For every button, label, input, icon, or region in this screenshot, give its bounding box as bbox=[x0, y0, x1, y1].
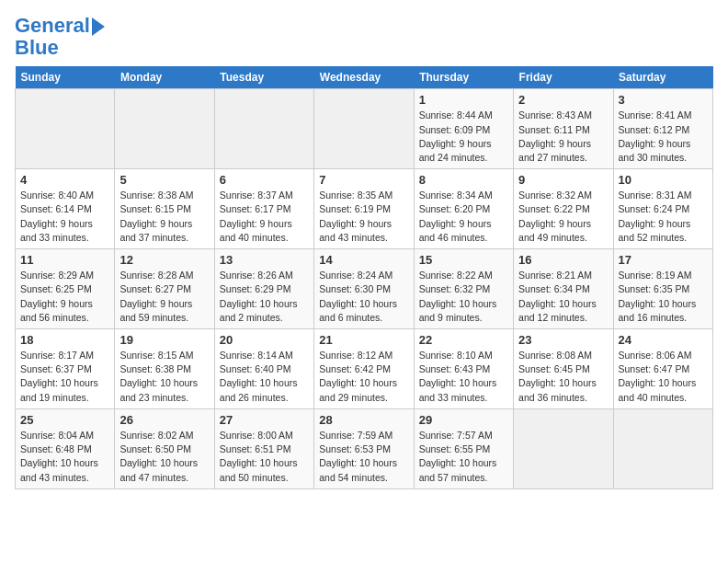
calendar-cell: 17Sunrise: 8:19 AM Sunset: 6:35 PM Dayli… bbox=[613, 249, 712, 329]
day-info: Sunrise: 8:19 AM Sunset: 6:35 PM Dayligh… bbox=[619, 269, 708, 325]
week-row-5: 25Sunrise: 8:04 AM Sunset: 6:48 PM Dayli… bbox=[16, 408, 713, 488]
day-info: Sunrise: 8:34 AM Sunset: 6:20 PM Dayligh… bbox=[419, 189, 508, 245]
day-info: Sunrise: 8:15 AM Sunset: 6:38 PM Dayligh… bbox=[119, 349, 209, 405]
day-info: Sunrise: 8:17 AM Sunset: 6:37 PM Dayligh… bbox=[20, 349, 109, 405]
logo-text-general: General bbox=[15, 15, 90, 37]
day-header-tuesday: Tuesday bbox=[214, 66, 313, 89]
day-number: 12 bbox=[119, 253, 209, 267]
day-info: Sunrise: 8:12 AM Sunset: 6:42 PM Dayligh… bbox=[319, 349, 408, 405]
day-number: 15 bbox=[419, 253, 508, 267]
day-info: Sunrise: 8:29 AM Sunset: 6:25 PM Dayligh… bbox=[20, 269, 109, 325]
calendar-cell bbox=[16, 89, 115, 169]
day-number: 28 bbox=[319, 413, 408, 427]
day-header-wednesday: Wednesday bbox=[314, 66, 414, 89]
week-row-2: 4Sunrise: 8:40 AM Sunset: 6:14 PM Daylig… bbox=[16, 169, 713, 249]
day-info: Sunrise: 8:44 AM Sunset: 6:09 PM Dayligh… bbox=[419, 109, 508, 165]
day-info: Sunrise: 8:43 AM Sunset: 6:11 PM Dayligh… bbox=[518, 109, 608, 165]
header: General Blue bbox=[15, 15, 713, 59]
day-header-sunday: Sunday bbox=[16, 66, 115, 89]
calendar-cell: 21Sunrise: 8:12 AM Sunset: 6:42 PM Dayli… bbox=[314, 329, 414, 409]
day-info: Sunrise: 8:06 AM Sunset: 6:47 PM Dayligh… bbox=[619, 349, 708, 405]
calendar-cell: 3Sunrise: 8:41 AM Sunset: 6:12 PM Daylig… bbox=[613, 89, 712, 169]
day-number: 2 bbox=[518, 93, 608, 107]
day-number: 20 bbox=[220, 333, 309, 347]
calendar-cell: 27Sunrise: 8:00 AM Sunset: 6:51 PM Dayli… bbox=[214, 408, 313, 488]
week-row-1: 1Sunrise: 8:44 AM Sunset: 6:09 PM Daylig… bbox=[16, 89, 713, 169]
day-info: Sunrise: 8:26 AM Sunset: 6:29 PM Dayligh… bbox=[220, 269, 309, 325]
day-header-thursday: Thursday bbox=[414, 66, 513, 89]
day-info: Sunrise: 8:40 AM Sunset: 6:14 PM Dayligh… bbox=[20, 189, 109, 245]
day-info: Sunrise: 8:04 AM Sunset: 6:48 PM Dayligh… bbox=[20, 429, 109, 485]
day-header-saturday: Saturday bbox=[613, 66, 712, 89]
day-info: Sunrise: 7:59 AM Sunset: 6:53 PM Dayligh… bbox=[319, 429, 408, 485]
day-info: Sunrise: 8:02 AM Sunset: 6:50 PM Dayligh… bbox=[119, 429, 209, 485]
week-row-4: 18Sunrise: 8:17 AM Sunset: 6:37 PM Dayli… bbox=[16, 329, 713, 409]
calendar-cell: 7Sunrise: 8:35 AM Sunset: 6:19 PM Daylig… bbox=[314, 169, 414, 249]
day-info: Sunrise: 8:10 AM Sunset: 6:43 PM Dayligh… bbox=[419, 349, 508, 405]
calendar-cell: 9Sunrise: 8:32 AM Sunset: 6:22 PM Daylig… bbox=[514, 169, 613, 249]
logo-text-blue: Blue bbox=[15, 37, 59, 59]
day-number: 5 bbox=[119, 173, 209, 187]
day-number: 26 bbox=[119, 413, 209, 427]
calendar-cell: 25Sunrise: 8:04 AM Sunset: 6:48 PM Dayli… bbox=[16, 408, 115, 488]
calendar-cell bbox=[115, 89, 214, 169]
day-info: Sunrise: 8:14 AM Sunset: 6:40 PM Dayligh… bbox=[220, 349, 309, 405]
day-info: Sunrise: 8:21 AM Sunset: 6:34 PM Dayligh… bbox=[518, 269, 608, 325]
day-header-monday: Monday bbox=[115, 66, 214, 89]
day-number: 24 bbox=[619, 333, 708, 347]
day-info: Sunrise: 8:38 AM Sunset: 6:15 PM Dayligh… bbox=[119, 189, 209, 245]
calendar-cell: 4Sunrise: 8:40 AM Sunset: 6:14 PM Daylig… bbox=[16, 169, 115, 249]
calendar-cell bbox=[214, 89, 313, 169]
calendar-cell: 12Sunrise: 8:28 AM Sunset: 6:27 PM Dayli… bbox=[115, 249, 214, 329]
calendar-cell: 28Sunrise: 7:59 AM Sunset: 6:53 PM Dayli… bbox=[314, 408, 414, 488]
day-info: Sunrise: 8:37 AM Sunset: 6:17 PM Dayligh… bbox=[220, 189, 309, 245]
day-number: 14 bbox=[319, 253, 408, 267]
calendar-cell: 14Sunrise: 8:24 AM Sunset: 6:30 PM Dayli… bbox=[314, 249, 414, 329]
day-number: 27 bbox=[220, 413, 309, 427]
day-number: 1 bbox=[419, 93, 508, 107]
day-number: 17 bbox=[619, 253, 708, 267]
calendar-cell: 8Sunrise: 8:34 AM Sunset: 6:20 PM Daylig… bbox=[414, 169, 513, 249]
calendar-cell: 2Sunrise: 8:43 AM Sunset: 6:11 PM Daylig… bbox=[514, 89, 613, 169]
calendar-cell: 5Sunrise: 8:38 AM Sunset: 6:15 PM Daylig… bbox=[115, 169, 214, 249]
calendar-cell: 26Sunrise: 8:02 AM Sunset: 6:50 PM Dayli… bbox=[115, 408, 214, 488]
calendar-cell bbox=[613, 408, 712, 488]
day-number: 11 bbox=[20, 253, 109, 267]
day-info: Sunrise: 8:31 AM Sunset: 6:24 PM Dayligh… bbox=[619, 189, 708, 245]
calendar-cell: 1Sunrise: 8:44 AM Sunset: 6:09 PM Daylig… bbox=[414, 89, 513, 169]
day-header-friday: Friday bbox=[514, 66, 613, 89]
day-number: 21 bbox=[319, 333, 408, 347]
calendar-cell: 23Sunrise: 8:08 AM Sunset: 6:45 PM Dayli… bbox=[514, 329, 613, 409]
day-number: 9 bbox=[518, 173, 608, 187]
day-info: Sunrise: 8:24 AM Sunset: 6:30 PM Dayligh… bbox=[319, 269, 408, 325]
day-number: 16 bbox=[518, 253, 608, 267]
calendar-cell: 18Sunrise: 8:17 AM Sunset: 6:37 PM Dayli… bbox=[16, 329, 115, 409]
week-row-3: 11Sunrise: 8:29 AM Sunset: 6:25 PM Dayli… bbox=[16, 249, 713, 329]
calendar-cell: 19Sunrise: 8:15 AM Sunset: 6:38 PM Dayli… bbox=[115, 329, 214, 409]
calendar-cell: 13Sunrise: 8:26 AM Sunset: 6:29 PM Dayli… bbox=[214, 249, 313, 329]
day-number: 4 bbox=[20, 173, 109, 187]
calendar-cell: 20Sunrise: 8:14 AM Sunset: 6:40 PM Dayli… bbox=[214, 329, 313, 409]
calendar-cell: 29Sunrise: 7:57 AM Sunset: 6:55 PM Dayli… bbox=[414, 408, 513, 488]
day-info: Sunrise: 8:22 AM Sunset: 6:32 PM Dayligh… bbox=[419, 269, 508, 325]
day-info: Sunrise: 8:00 AM Sunset: 6:51 PM Dayligh… bbox=[220, 429, 309, 485]
day-number: 7 bbox=[319, 173, 408, 187]
day-info: Sunrise: 8:41 AM Sunset: 6:12 PM Dayligh… bbox=[619, 109, 708, 165]
calendar-cell: 24Sunrise: 8:06 AM Sunset: 6:47 PM Dayli… bbox=[613, 329, 712, 409]
calendar-cell: 22Sunrise: 8:10 AM Sunset: 6:43 PM Dayli… bbox=[414, 329, 513, 409]
calendar-cell: 11Sunrise: 8:29 AM Sunset: 6:25 PM Dayli… bbox=[16, 249, 115, 329]
calendar-cell: 6Sunrise: 8:37 AM Sunset: 6:17 PM Daylig… bbox=[214, 169, 313, 249]
calendar-cell bbox=[314, 89, 414, 169]
day-number: 8 bbox=[419, 173, 508, 187]
day-number: 23 bbox=[518, 333, 608, 347]
day-number: 3 bbox=[619, 93, 708, 107]
day-info: Sunrise: 8:35 AM Sunset: 6:19 PM Dayligh… bbox=[319, 189, 408, 245]
day-number: 19 bbox=[119, 333, 209, 347]
day-number: 18 bbox=[20, 333, 109, 347]
day-number: 22 bbox=[419, 333, 508, 347]
day-info: Sunrise: 8:28 AM Sunset: 6:27 PM Dayligh… bbox=[119, 269, 209, 325]
calendar-cell bbox=[514, 408, 613, 488]
day-number: 10 bbox=[619, 173, 708, 187]
calendar-cell: 10Sunrise: 8:31 AM Sunset: 6:24 PM Dayli… bbox=[613, 169, 712, 249]
day-number: 13 bbox=[220, 253, 309, 267]
